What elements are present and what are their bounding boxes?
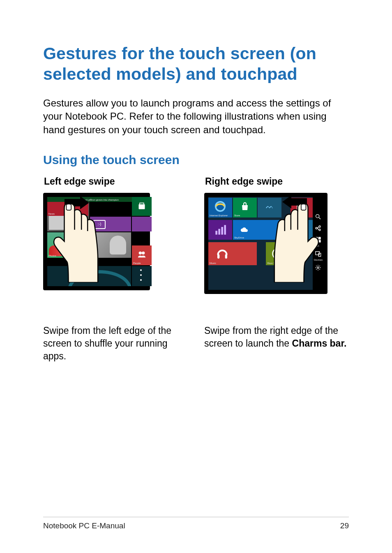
desc-bold: Charms bar.	[292, 338, 347, 349]
left-column: Left edge swipe Humbled LeBron grows int…	[43, 176, 188, 363]
tile-people: People	[132, 245, 152, 265]
page-footer: Notebook PC E-Manual 29	[43, 517, 349, 530]
tile-people-label: People	[133, 262, 141, 264]
tile-ie-label: Internet Explorer	[210, 214, 228, 217]
svg-rect-9	[217, 255, 219, 259]
tile-dots	[132, 266, 152, 286]
ie-icon	[214, 200, 226, 213]
tile-chart	[208, 220, 232, 240]
left-swipe-label: Left edge swipe	[44, 176, 188, 187]
footer-doc-title: Notebook PC E-Manual	[43, 521, 125, 530]
tile-blank	[132, 217, 152, 231]
chart-icon	[214, 224, 226, 236]
tile-store-2: Store	[233, 198, 257, 217]
right-column: Right edge swipe Internet Explorer Store	[204, 176, 349, 363]
cloud-icon	[239, 226, 250, 234]
tile-music: Music	[208, 242, 257, 265]
section-heading: Using the touch screen	[43, 153, 349, 167]
tile-music-label: Music	[210, 262, 216, 264]
bag-icon	[240, 202, 250, 212]
store-icon	[138, 202, 146, 211]
tile-store	[132, 197, 152, 216]
svg-rect-1	[140, 203, 144, 205]
svg-rect-5	[215, 231, 217, 235]
page-title: Gestures for the touch screen (on select…	[43, 43, 349, 84]
tile-ie: Internet Explorer	[208, 198, 232, 217]
right-swipe-figure: Internet Explorer Store ᨓ News	[204, 193, 327, 300]
gesture-columns: Left edge swipe Humbled LeBron grows int…	[43, 176, 349, 363]
svg-rect-8	[224, 225, 226, 235]
svg-rect-7	[221, 227, 223, 235]
svg-rect-6	[218, 229, 220, 235]
right-swipe-desc: Swipe from the right edge of the screen …	[204, 324, 349, 350]
right-swipe-label: Right edge swipe	[205, 176, 349, 187]
hand-illustration-2	[262, 200, 332, 282]
tile-store-label: Store	[234, 214, 240, 217]
tile-skydrive-label: SkyDrive	[234, 236, 244, 239]
svg-point-3	[142, 252, 145, 255]
people-icon	[137, 250, 146, 259]
svg-point-4	[216, 202, 225, 211]
svg-point-2	[139, 252, 142, 255]
left-swipe-desc: Swipe from the left edge of the screen t…	[43, 324, 188, 363]
hand-illustration	[41, 200, 111, 282]
intro-paragraph: Gestures allow you to launch programs an…	[43, 97, 349, 137]
left-swipe-figure: Humbled LeBron grows into champion News	[43, 193, 151, 300]
svg-rect-10	[225, 255, 227, 259]
headphones-icon	[216, 247, 229, 260]
footer-page-number: 29	[340, 521, 349, 530]
